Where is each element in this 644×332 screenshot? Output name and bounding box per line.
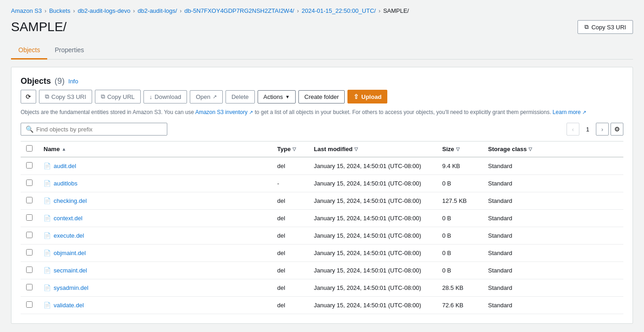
row-checkbox-cell — [21, 192, 38, 210]
row-type-cell: del — [272, 279, 308, 297]
create-folder-button[interactable]: Create folder — [298, 90, 345, 103]
table-row: 📄 auditlobs - January 15, 2024, 14:50:01… — [21, 175, 623, 192]
download-icon: ↓ — [149, 93, 153, 100]
next-page-button[interactable]: › — [596, 123, 609, 136]
copy-url-button[interactable]: ⧉ Copy URL — [95, 90, 141, 103]
header-size[interactable]: Size ▽ — [437, 142, 483, 158]
upload-icon: ⇧ — [353, 93, 359, 100]
copy-s3-uri-button[interactable]: ⧉ Copy S3 URI — [39, 90, 92, 103]
header-type[interactable]: Type ▽ — [272, 142, 308, 158]
file-icon-4: 📄 — [44, 232, 51, 239]
row-type-cell: del — [272, 245, 308, 262]
file-link-5[interactable]: 📄 objmaint.del — [44, 250, 266, 256]
row-modified-cell: January 15, 2024, 14:50:01 (UTC-08:00) — [308, 279, 437, 297]
row-checkbox-6[interactable] — [26, 267, 33, 273]
row-checkbox-5[interactable] — [26, 249, 33, 256]
row-checkbox-8[interactable] — [26, 301, 33, 308]
objects-card: Objects (9) Info ⟳ ⧉ Copy S3 URI ⧉ Copy … — [11, 67, 633, 324]
row-size-cell: 0 B — [437, 227, 483, 245]
table-settings-button[interactable]: ⚙ — [611, 123, 623, 136]
breadcrumb-audit-logs[interactable]: db2-audit-logs/ — [138, 7, 177, 14]
info-link[interactable]: Info — [68, 78, 78, 85]
copy-s3-uri-button-header[interactable]: ⧉ Copy S3 URI — [578, 20, 633, 34]
row-modified-cell: January 15, 2024, 14:50:01 (UTC-08:00) — [308, 262, 437, 279]
row-size-cell: 127.5 KB — [437, 192, 483, 210]
breadcrumb-s3[interactable]: Amazon S3 — [11, 7, 42, 14]
row-type-cell: del — [272, 297, 308, 314]
row-checkbox-0[interactable] — [26, 162, 33, 169]
learn-more-link[interactable]: Learn more — [553, 109, 581, 115]
breadcrumb: Amazon S3 › Buckets › db2-audit-logs-dev… — [11, 7, 633, 14]
file-icon-8: 📄 — [44, 302, 51, 309]
row-name-cell: 📄 context.del — [38, 210, 272, 227]
info-text-prefix: Objects are the fundamental entities sto… — [21, 109, 195, 115]
row-checkbox-3[interactable] — [26, 214, 33, 221]
row-checkbox-cell — [21, 157, 38, 175]
objects-label: Objects — [21, 76, 51, 86]
actions-caret-icon: ▼ — [285, 94, 290, 99]
file-name-8: validate.del — [54, 302, 84, 309]
row-checkbox-4[interactable] — [26, 232, 33, 238]
refresh-button[interactable]: ⟳ — [21, 90, 36, 103]
file-name-1: auditlobs — [54, 180, 77, 187]
amazon-s3-inventory-link[interactable]: Amazon S3 inventory — [195, 109, 248, 115]
row-checkbox-cell — [21, 210, 38, 227]
row-checkbox-1[interactable] — [26, 180, 33, 186]
row-checkbox-cell — [21, 245, 38, 262]
row-checkbox-2[interactable] — [26, 197, 33, 203]
objects-count: (9) — [55, 76, 65, 86]
row-type-cell: - — [272, 175, 308, 192]
upload-button[interactable]: ⇧ Upload — [347, 90, 387, 103]
header-last-modified[interactable]: Last modified ▽ — [308, 142, 437, 158]
search-pagination-row: 🔍 ‹ 1 › ⚙ — [21, 123, 623, 136]
file-link-0[interactable]: 📄 audit.del — [44, 163, 266, 169]
row-storage-cell: Standard — [483, 227, 623, 245]
file-link-4[interactable]: 📄 execute.del — [44, 232, 266, 239]
tab-objects[interactable]: Objects — [11, 42, 47, 60]
search-box: 🔍 — [21, 123, 167, 136]
row-checkbox-cell — [21, 279, 38, 297]
file-link-2[interactable]: 📄 checking.del — [44, 197, 266, 204]
table-row: 📄 audit.del del January 15, 2024, 14:50:… — [21, 157, 623, 175]
breadcrumb-buckets[interactable]: Buckets — [49, 7, 70, 14]
row-size-cell: 0 B — [437, 175, 483, 192]
table-row: 📄 context.del del January 15, 2024, 14:5… — [21, 210, 623, 227]
tabs: Objects Properties — [11, 42, 633, 60]
actions-button[interactable]: Actions ▼ — [258, 90, 296, 103]
size-sort-icon: ▽ — [456, 147, 460, 152]
file-link-3[interactable]: 📄 context.del — [44, 215, 266, 222]
tab-properties[interactable]: Properties — [47, 42, 91, 60]
header-name[interactable]: Name ▲ — [38, 142, 272, 158]
download-button[interactable]: ↓ Download — [143, 90, 187, 103]
row-storage-cell: Standard — [483, 245, 623, 262]
file-icon-5: 📄 — [44, 250, 51, 256]
row-storage-cell: Standard — [483, 192, 623, 210]
row-modified-cell: January 15, 2024, 14:50:01 (UTC-08:00) — [308, 157, 437, 175]
delete-label: Delete — [231, 93, 249, 100]
file-name-4: execute.del — [54, 232, 84, 239]
file-name-6: secmaint.del — [54, 267, 87, 274]
header-storage-class[interactable]: Storage class ▽ — [483, 142, 623, 158]
name-col-label: Name — [44, 146, 60, 152]
prev-page-button[interactable]: ‹ — [567, 123, 579, 136]
row-storage-cell: Standard — [483, 210, 623, 227]
storage-col-label: Storage class — [488, 146, 527, 152]
breadcrumb-bucket-name[interactable]: db2-audit-logs-devo — [77, 7, 130, 14]
row-size-cell: 0 B — [437, 245, 483, 262]
open-button[interactable]: Open ↗ — [190, 90, 223, 103]
row-checkbox-cell — [21, 175, 38, 192]
file-icon-2: 📄 — [44, 197, 51, 204]
row-checkbox-7[interactable] — [26, 284, 33, 290]
create-folder-label: Create folder — [304, 93, 339, 100]
file-link-8[interactable]: 📄 validate.del — [44, 302, 266, 309]
file-link-7[interactable]: 📄 sysadmin.del — [44, 284, 266, 291]
breadcrumb-timestamp[interactable]: 2024-01-15_22:50:00_UTC/ — [302, 7, 376, 14]
file-link-1[interactable]: 📄 auditlobs — [44, 180, 266, 187]
select-all-checkbox[interactable] — [26, 145, 33, 152]
breadcrumb-db-id[interactable]: db-5N7FXOY4GDP7RG2NSH2ZTAI2W4/ — [184, 7, 294, 14]
delete-button[interactable]: Delete — [226, 90, 255, 103]
row-storage-cell: Standard — [483, 175, 623, 192]
info-text-middle: to get a list of all objects in your buc… — [253, 109, 551, 115]
search-input[interactable] — [36, 126, 162, 133]
file-link-6[interactable]: 📄 secmaint.del — [44, 267, 266, 274]
